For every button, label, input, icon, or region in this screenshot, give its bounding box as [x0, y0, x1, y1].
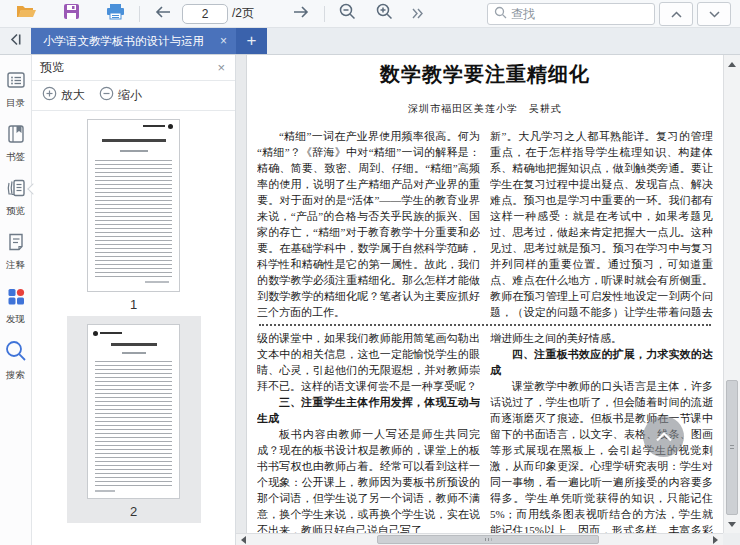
sidebar-item-bookmarks[interactable]: 书签: [0, 123, 32, 164]
new-tab-button[interactable]: +: [236, 28, 267, 54]
section-heading: 四、注重板书效应的扩展，力求实效的达成: [490, 346, 713, 378]
print-button[interactable]: [100, 2, 131, 26]
previous-page-button[interactable]: [148, 2, 178, 26]
chevron-up-icon: [671, 8, 682, 20]
section-heading: 三、注重学生主体作用发挥，体现互动与生成: [257, 394, 480, 426]
preview-panel-header: 预览 ×: [32, 55, 235, 81]
thumbnail-page-1[interactable]: 1: [67, 111, 201, 316]
article-top-section: “精细”一词在产业界使用频率很高。何为“精细”？《辞海》中对“精细”一词的解释是…: [257, 128, 713, 320]
print-icon: [106, 3, 125, 24]
document-page: 数学教学要注重精细化 深圳市福田区美莲小学 吴耕式 “精细”一词在产业界使用频率…: [246, 55, 723, 533]
find-field[interactable]: [487, 3, 655, 25]
tab-bar: 小学语文教学板书的设计与运用 × +: [0, 28, 740, 55]
pdf-reader-window: /2页: [0, 0, 740, 545]
save-button[interactable]: [57, 2, 86, 26]
paragraph: 增进师生之间的美好情感。: [490, 330, 713, 346]
collapse-tabs-button[interactable]: [0, 28, 31, 54]
thumbnail-page-number: 2: [130, 504, 137, 519]
article-separator: [259, 324, 711, 326]
zoom-in-button[interactable]: [370, 2, 399, 26]
paragraph: “精细”一词在产业界使用频率很高。何为“精细”？《辞海》中对“精细”一词的解释是…: [257, 128, 480, 320]
search-blue-icon: [4, 339, 28, 367]
paragraph: 板书内容由教师一人写还是师生共同完成？现在的板书设计权是教师的，课堂上的板书书写…: [257, 426, 480, 533]
paragraph: 新”。大凡学习之人都耳熟能详。复习的管理重点，在于怎样指导学生梳理知识、构建体系…: [490, 128, 713, 320]
thumbnail-zoom-in-button[interactable]: 放大: [61, 87, 85, 104]
sidebar-item-annotations[interactable]: 注释: [0, 231, 32, 272]
thumbnail-list: 1 2: [32, 111, 235, 545]
search-icon: [494, 5, 507, 23]
paragraph: 级的课堂中，如果我们教师能用简笔画勾勒出文本中的相关信息，这也一定能愉悦学生的眼…: [257, 330, 480, 394]
sidebar-item-label: 搜索: [6, 369, 25, 382]
vertical-scrollbar[interactable]: [723, 55, 740, 533]
article-column-left: 级的课堂中，如果我们教师能用简笔画勾勒出文本中的相关信息，这也一定能愉悦学生的眼…: [257, 330, 480, 533]
folder-open-icon: [16, 3, 37, 24]
horizontal-scrollbar[interactable]: [236, 533, 723, 545]
sidebar-item-preview[interactable]: 预览: [0, 177, 32, 218]
preview-pages-icon: [5, 177, 27, 203]
article-byline: 深圳市福田区美莲小学 吴耕式: [257, 102, 713, 116]
bookmark-icon: [5, 123, 27, 149]
tab-close-icon[interactable]: ×: [217, 34, 230, 48]
back-to-top-button[interactable]: [643, 416, 684, 457]
content-area: 目录 书签 预览 注释: [0, 55, 740, 545]
find-group: [487, 2, 731, 26]
scrollbar-corner: [723, 533, 740, 545]
toolbar-separator: [139, 6, 140, 22]
more-tools-button[interactable]: [405, 2, 429, 26]
sidebar-item-search[interactable]: 搜索: [0, 339, 32, 382]
paragraph: 课堂教学中教师的口头语言是主体，许多话说过了，学生也听了，但会随着时间的流逝而逐…: [490, 378, 713, 533]
sidebar-item-label: 发现: [6, 313, 25, 326]
scroll-up-arrow[interactable]: [724, 57, 740, 71]
sidebar-icon-strip: 目录 书签 预览 注释: [0, 55, 32, 545]
thumbnail-page-1-image: [87, 119, 180, 292]
thumbnail-page-2[interactable]: 2: [67, 316, 201, 523]
next-page-button[interactable]: [286, 2, 316, 26]
preview-panel-title: 预览: [40, 59, 215, 76]
find-input[interactable]: [511, 7, 666, 21]
scroll-right-arrow[interactable]: [709, 534, 722, 545]
toolbar-separator: [324, 6, 325, 22]
zoom-in-icon: [376, 3, 393, 24]
sidebar-item-label: 书签: [6, 151, 25, 164]
find-next-button[interactable]: [697, 2, 731, 26]
zoom-out-circle-icon[interactable]: [99, 86, 114, 105]
chevrons-right-icon: [411, 5, 423, 23]
zoom-in-circle-icon[interactable]: [42, 86, 57, 105]
preview-panel: 预览 × 放大 缩小: [32, 55, 236, 545]
preview-close-button[interactable]: ×: [215, 60, 227, 75]
scroll-left-arrow[interactable]: [237, 534, 250, 545]
save-icon: [63, 3, 80, 24]
document-tab[interactable]: 小学语文教学板书的设计与运用 ×: [31, 28, 236, 54]
find-previous-button[interactable]: [659, 2, 693, 26]
annotation-icon: [5, 231, 27, 257]
sidebar-item-toc[interactable]: 目录: [0, 69, 32, 110]
thumbnail-page-number: 1: [130, 297, 137, 312]
main-toolbar: /2页: [0, 0, 740, 28]
sidebar-item-label: 预览: [6, 205, 25, 218]
page-total-label: /2页: [232, 5, 254, 22]
horizontal-scrollbar-thumb[interactable]: [377, 535, 599, 544]
vertical-scrollbar-thumb[interactable]: [726, 380, 738, 515]
scroll-down-arrow[interactable]: [724, 517, 740, 531]
collapse-left-icon: [9, 32, 22, 50]
open-file-button[interactable]: [10, 2, 43, 26]
thumbnail-page-2-image: [87, 324, 180, 499]
discover-grid-icon: [5, 285, 27, 311]
sidebar-item-label: 目录: [6, 97, 25, 110]
zoom-out-button[interactable]: [333, 2, 362, 26]
thumbnail-zoom-out-button[interactable]: 缩小: [118, 87, 142, 104]
sidebar-item-discover[interactable]: 发现: [0, 285, 32, 326]
article-column-right: 新”。大凡学习之人都耳熟能详。复习的管理重点，在于怎样指导学生梳理知识、构建体系…: [490, 128, 713, 320]
article-title: 数学教学要注重精细化: [257, 61, 713, 88]
preview-zoom-controls: 放大 缩小: [32, 81, 235, 111]
toc-icon: [5, 69, 27, 95]
document-tab-title: 小学语文教学板书的设计与运用: [43, 34, 217, 49]
arrow-right-icon: [292, 5, 310, 23]
chevron-down-icon: [709, 8, 720, 20]
page-number-input[interactable]: [182, 4, 228, 24]
arrow-left-icon: [154, 5, 172, 23]
article-column-left: “精细”一词在产业界使用频率很高。何为“精细”？《辞海》中对“精细”一词的解释是…: [257, 128, 480, 320]
sidebar-item-label: 注释: [6, 259, 25, 272]
document-viewer: 数学教学要注重精细化 深圳市福田区美莲小学 吴耕式 “精细”一词在产业界使用频率…: [236, 55, 740, 545]
zoom-out-icon: [339, 3, 356, 24]
